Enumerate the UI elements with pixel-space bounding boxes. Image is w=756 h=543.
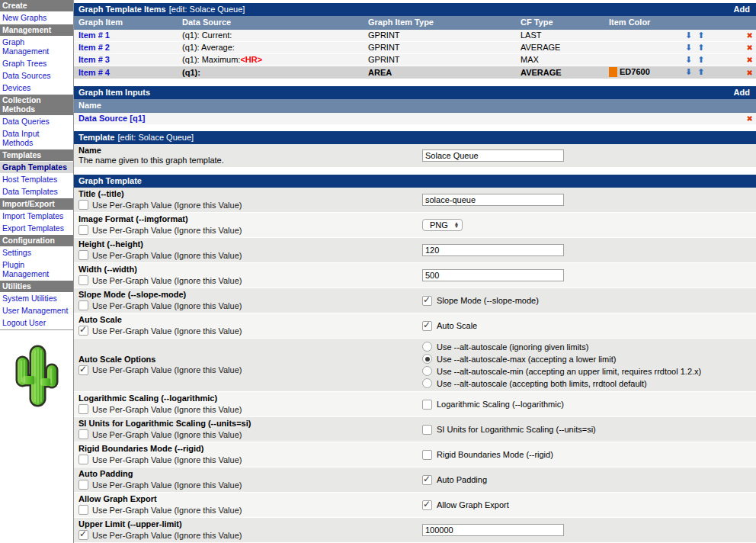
field-label: Width (--width)	[78, 265, 418, 274]
field-control: Logarithmic Scaling (--logarithmic)	[418, 398, 756, 411]
per-graph-label: Use Per-Graph Value (Ignore this Value)	[92, 480, 242, 490]
graph-item-cf-type: MAX	[521, 54, 609, 66]
col-graph-item-type: Graph Item Type	[368, 17, 521, 28]
sidebar-section-header-import-export: Import/Export	[0, 198, 73, 210]
template-edit-suffix: [edit: Solace Queue]	[117, 133, 194, 142]
field-label: Auto Scale	[78, 315, 418, 324]
per-graph-checkbox[interactable]	[78, 200, 88, 210]
main-content: Graph Template Items [edit: Solace Queue…	[74, 0, 756, 543]
sidebar-item-new-graphs[interactable]: New Graphs	[0, 12, 73, 24]
select-stepper-icon: ▲▼	[454, 222, 459, 229]
form-row-slope-mode-slope-mode: Slope Mode (--slope-mode) Use Per-Graph …	[74, 288, 756, 313]
value-checkbox[interactable]	[422, 475, 432, 485]
field-control: Use --alt-autoscale (ignoring given limi…	[418, 339, 756, 391]
graph-item-inputs-header: Graph Item Inputs Add	[74, 86, 756, 99]
template-name-row: Name The name given to this graph templa…	[74, 144, 756, 168]
move-up-icon[interactable]: ⬆	[697, 43, 704, 52]
graph-template-items-header: Graph Template Items [edit: Solace Queue…	[74, 3, 756, 16]
move-down-icon[interactable]: ⬇	[685, 43, 692, 52]
value-checkbox[interactable]	[422, 400, 432, 410]
per-graph-checkbox[interactable]	[78, 530, 88, 540]
graph-item-link[interactable]: Item # 4	[78, 68, 110, 77]
form-row-si-units-for-logarithmic-scaling-units-si: SI Units for Logarithmic Scaling (--unit…	[74, 417, 756, 442]
graph-item-link[interactable]: Item # 2	[78, 43, 110, 52]
sidebar-item-data-input-methods[interactable]: Data Input Methods	[0, 128, 73, 149]
move-down-icon[interactable]: ⬇	[685, 68, 692, 76]
color-hex-label: ED7600	[620, 67, 650, 76]
sidebar-item-system-utilities[interactable]: System Utilities	[0, 293, 73, 305]
move-down-icon[interactable]: ⬇	[685, 31, 692, 40]
delete-icon[interactable]: ✖	[747, 56, 753, 64]
delete-icon[interactable]: ✖	[747, 43, 753, 52]
field-control	[418, 192, 756, 207]
graph-item-input-link[interactable]: Data Source [q1]	[78, 114, 145, 123]
per-graph-checkbox[interactable]	[78, 505, 88, 515]
graph-item-link[interactable]: Item # 1	[78, 31, 110, 40]
radio-button[interactable]	[422, 354, 432, 364]
sidebar-item-graph-management[interactable]: Graph Management	[0, 37, 73, 58]
sidebar-item-plugin-management[interactable]: Plugin Management	[0, 259, 73, 281]
per-graph-checkbox[interactable]	[78, 275, 88, 285]
field-label: Title (--title)	[78, 189, 418, 198]
color-swatch	[609, 67, 617, 77]
delete-icon[interactable]: ✖	[747, 114, 753, 123]
sidebar-item-data-queries[interactable]: Data Queries	[0, 116, 73, 128]
value-checkbox[interactable]	[422, 450, 432, 460]
form-row-image-format-imgformat: Image Format (--imgformat) Use Per-Graph…	[74, 213, 756, 238]
sidebar-item-settings[interactable]: Settings	[0, 247, 73, 259]
radio-button[interactable]	[422, 342, 432, 352]
value-checkbox[interactable]	[422, 425, 432, 435]
per-graph-checkbox[interactable]	[78, 326, 88, 336]
graph-item-color	[609, 47, 685, 49]
sidebar-item-logout-user[interactable]: Logout User	[0, 317, 73, 329]
graph-item-input-add-link[interactable]: Add	[734, 88, 751, 97]
per-graph-checkbox[interactable]	[78, 300, 88, 310]
sidebar-item-data-templates[interactable]: Data Templates	[0, 186, 73, 198]
sidebar-item-host-templates[interactable]: Host Templates	[0, 174, 73, 186]
value-input[interactable]	[422, 524, 564, 536]
value-checkbox[interactable]	[422, 296, 432, 306]
value-checkbox[interactable]	[422, 500, 432, 510]
delete-icon[interactable]: ✖	[747, 69, 753, 77]
sidebar-item-export-templates[interactable]: Export Templates	[0, 223, 73, 235]
per-graph-checkbox[interactable]	[78, 429, 88, 439]
sidebar-item-data-sources[interactable]: Data Sources	[0, 70, 73, 82]
form-row-title-title: Title (--title) Use Per-Graph Value (Ign…	[74, 188, 756, 213]
sidebar-item-devices[interactable]: Devices	[0, 82, 73, 95]
move-up-icon[interactable]: ⬆	[697, 68, 704, 76]
graph-item-color: ED7600	[609, 66, 685, 79]
radio-label: Use --alt-autoscale (ignoring given limi…	[437, 342, 588, 352]
graph-item-add-link[interactable]: Add	[734, 5, 751, 14]
value-input[interactable]	[422, 269, 564, 281]
field-control	[418, 243, 756, 258]
section-graph-template-items: Graph Template Items [edit: Solace Queue…	[74, 3, 756, 79]
sidebar-item-graph-templates[interactable]: Graph Templates	[0, 162, 73, 174]
move-up-icon[interactable]: ⬆	[697, 31, 704, 40]
value-input[interactable]	[422, 194, 564, 206]
field-label: Upper Limit (--upper-limit)	[78, 519, 418, 529]
field-label: Logarithmic Scaling (--logarithmic)	[78, 394, 418, 403]
delete-icon[interactable]: ✖	[747, 31, 753, 40]
move-up-icon[interactable]: ⬆	[697, 56, 704, 64]
sidebar-item-graph-trees[interactable]: Graph Trees	[0, 58, 73, 70]
per-graph-checkbox[interactable]	[78, 365, 88, 375]
graph-item-type: AREA	[368, 67, 521, 79]
form-row-auto-scale-options: Auto Scale Options Use Per-Graph Value (…	[74, 339, 756, 392]
template-name-input[interactable]	[422, 149, 564, 162]
per-graph-checkbox[interactable]	[78, 455, 88, 464]
per-graph-checkbox[interactable]	[78, 480, 88, 490]
value-checkbox[interactable]	[422, 321, 432, 331]
section-graph-template: Graph Template Title (--title) Use Per-G…	[74, 175, 756, 543]
move-down-icon[interactable]: ⬇	[685, 56, 692, 64]
per-graph-checkbox[interactable]	[78, 404, 88, 414]
graph-item-link[interactable]: Item # 3	[78, 55, 110, 64]
value-select[interactable]: PNG▲▼	[422, 219, 463, 231]
radio-button[interactable]	[422, 366, 432, 376]
graph-item-cf-type: AVERAGE	[521, 67, 609, 79]
value-input[interactable]	[422, 244, 564, 256]
sidebar-item-user-management[interactable]: User Management	[0, 305, 73, 317]
per-graph-checkbox[interactable]	[78, 225, 88, 235]
per-graph-checkbox[interactable]	[78, 250, 88, 260]
sidebar-item-import-templates[interactable]: Import Templates	[0, 210, 73, 223]
radio-button[interactable]	[422, 378, 432, 388]
